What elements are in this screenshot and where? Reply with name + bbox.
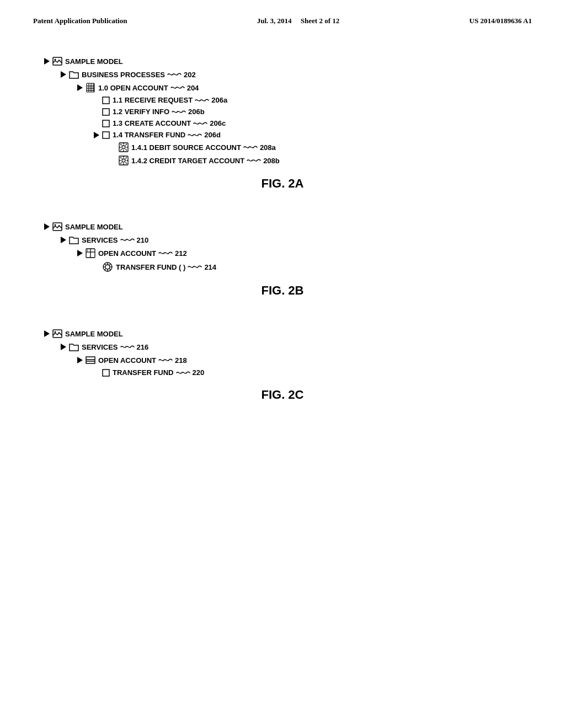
- header-patent-number: US 2014/0189636 A1: [470, 17, 532, 25]
- fig-2b-title: FIG. 2B: [44, 283, 521, 298]
- header-publication: Patent Application Publication: [33, 17, 127, 25]
- tree-node-label: SERVICES: [82, 343, 118, 351]
- svg-line-46: [109, 269, 111, 270]
- service-icon: [119, 142, 129, 152]
- svg-line-22: [120, 149, 122, 151]
- squiggle-line: [187, 263, 202, 271]
- task-icon: [102, 97, 110, 104]
- figure-2c-section: SAMPLE MODEL SERVICES 216 OPEN ACCOUNT 2…: [0, 320, 565, 424]
- reference-number: 206a: [211, 96, 227, 104]
- tree-node-label: SAMPLE MODEL: [65, 57, 123, 66]
- reference-number: 216: [137, 343, 149, 351]
- tree-row: I OPEN ACCOUNT 212: [77, 248, 521, 258]
- svg-rect-51: [86, 357, 95, 363]
- interface-icon: I: [86, 248, 95, 258]
- folder-icon: [69, 69, 79, 79]
- tree-2a: SAMPLE MODEL BUSINESS PROCESSES 202 1.0 …: [44, 56, 521, 165]
- collapse-triangle[interactable]: [77, 84, 83, 91]
- tree-node-label: BUSINESS PROCESSES: [82, 71, 165, 79]
- reference-number: 206c: [210, 119, 226, 127]
- squiggle-line: [158, 356, 173, 364]
- figure-2a-section: SAMPLE MODEL BUSINESS PROCESSES 202 1.0 …: [0, 36, 565, 213]
- tree-row: 1.1 RECEIVE REQUEST 206a: [94, 96, 521, 104]
- tree-row: 1.2 VERIFY INFO 206b: [94, 108, 521, 116]
- header-sheet: Sheet 2 of 12: [301, 17, 339, 25]
- svg-line-19: [120, 144, 122, 146]
- reference-number: 210: [137, 236, 149, 244]
- svg-rect-12: [103, 132, 109, 138]
- reference-number: 206b: [188, 108, 205, 116]
- collapse-triangle[interactable]: [61, 71, 66, 78]
- tree-node-label: SAMPLE MODEL: [65, 223, 123, 231]
- reference-number: 214: [204, 263, 216, 271]
- squiggle-line: [167, 71, 182, 78]
- svg-point-34: [55, 224, 56, 226]
- tree-row: TRANSFER FUND 220: [94, 368, 521, 377]
- squiggle-line: [193, 120, 208, 127]
- squiggle-line: [187, 131, 202, 139]
- svg-line-45: [104, 264, 106, 265]
- task-icon: [102, 108, 110, 116]
- svg-line-32: [120, 163, 122, 164]
- svg-line-20: [126, 149, 127, 151]
- tree-node-label: 1.4 TRANSFER FUND: [113, 131, 185, 139]
- tree-node-label: 1.2 VERIFY INFO: [113, 108, 169, 116]
- fig-2a-title: FIG. 2A: [44, 176, 521, 191]
- collapse-triangle[interactable]: [61, 237, 66, 243]
- reference-number: 204: [187, 84, 199, 92]
- svg-point-24: [122, 159, 125, 162]
- tree-node-label: OPEN ACCOUNT: [98, 249, 156, 258]
- tree-row: 1.3 CREATE ACCOUNT 206c: [94, 119, 521, 127]
- figure-2b-section: SAMPLE MODEL SERVICES 210 I OPEN ACCOUNT…: [0, 213, 565, 320]
- task-icon: [102, 120, 110, 127]
- svg-rect-11: [103, 120, 109, 127]
- fig-2c-title: FIG. 2C: [44, 388, 521, 402]
- tree-row: SERVICES 216: [61, 342, 521, 352]
- folder-icon: [69, 235, 79, 245]
- svg-rect-9: [103, 97, 109, 104]
- tree-node-label: 1.3 CREATE ACCOUNT: [113, 119, 191, 127]
- squiggle-line: [120, 343, 135, 351]
- tree-node-label: SERVICES: [82, 236, 118, 244]
- svg-rect-54: [103, 370, 109, 376]
- squiggle-line: [175, 369, 191, 377]
- tree-node-label: TRANSFER FUND: [113, 368, 174, 377]
- service-icon: [119, 156, 129, 165]
- svg-line-31: [126, 157, 127, 159]
- tree-row: BUSINESS PROCESSES 202: [61, 69, 521, 79]
- svg-line-47: [109, 264, 111, 265]
- reference-number: 208b: [263, 157, 280, 165]
- model-icon: [52, 56, 62, 66]
- squiggle-line: [170, 84, 185, 92]
- tree-node-label: OPEN ACCOUNT: [98, 356, 156, 365]
- squiggle-line: [243, 143, 258, 151]
- tree-row: 1.0 OPEN ACCOUNT 204: [77, 83, 521, 93]
- tree-row: 1.4 TRANSFER FUND 206d: [94, 131, 521, 139]
- svg-point-14: [122, 146, 125, 149]
- interface2-icon: [86, 355, 95, 365]
- tree-row: OPEN ACCOUNT 218: [77, 355, 521, 365]
- model-icon: [52, 222, 62, 232]
- header-date-sheet: Jul. 3, 2014 Sheet 2 of 12: [257, 17, 340, 25]
- tree-node-label: SAMPLE MODEL: [65, 330, 123, 338]
- squiggle-line: [194, 97, 210, 104]
- model-icon: [52, 329, 62, 339]
- tree-node-label: 1.4.1 DEBIT SOURCE ACCOUNT: [131, 143, 241, 152]
- squiggle-line: [158, 249, 173, 257]
- box-icon: [102, 369, 110, 377]
- collapse-triangle[interactable]: [94, 132, 99, 138]
- collapse-triangle[interactable]: [61, 344, 66, 350]
- svg-point-1: [55, 59, 56, 61]
- collapse-triangle[interactable]: [44, 330, 50, 337]
- reference-number: 220: [193, 368, 205, 377]
- tree-2c: SAMPLE MODEL SERVICES 216 OPEN ACCOUNT 2…: [44, 329, 521, 377]
- svg-line-30: [126, 163, 127, 164]
- folder-icon: [69, 342, 79, 352]
- collapse-triangle[interactable]: [77, 357, 83, 363]
- collapse-triangle[interactable]: [44, 223, 50, 230]
- collapse-triangle[interactable]: [77, 250, 83, 256]
- svg-point-50: [55, 331, 56, 333]
- header-date: Jul. 3, 2014: [257, 17, 292, 25]
- reference-number: 218: [175, 356, 187, 365]
- collapse-triangle[interactable]: [44, 58, 50, 65]
